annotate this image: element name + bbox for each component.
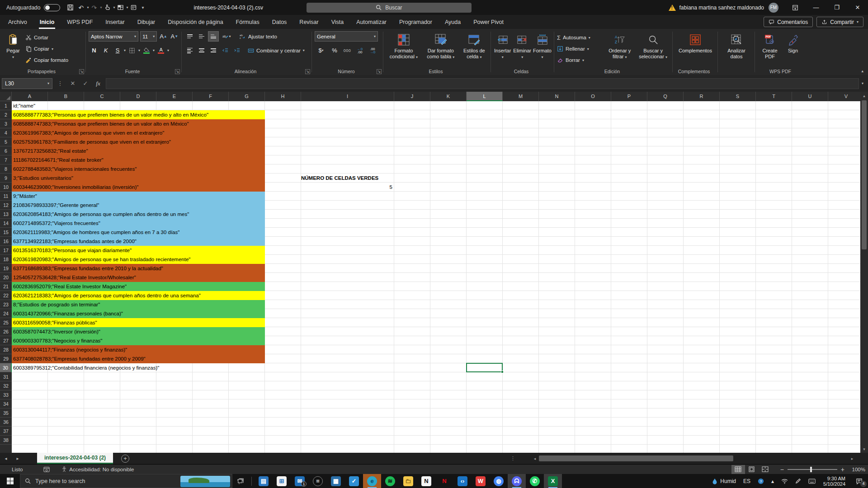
sheet-tab-active[interactable]: intereses-2024-04-03 (2)	[37, 453, 113, 464]
row-header-1[interactable]: 1	[0, 101, 12, 110]
cell-A12[interactable]: 210836798933397;"Gerente general"	[12, 201, 99, 210]
cell-A26[interactable]: 6003587074473;"Inversor (inversión)"	[12, 327, 100, 336]
underline-button[interactable]: S	[112, 45, 123, 56]
row-header-4[interactable]: 4	[0, 128, 12, 137]
user-name[interactable]: fabiana martina sanhez maldonado	[679, 5, 764, 11]
increase-decimal-icon[interactable]: ←0.00	[354, 45, 365, 56]
increase-font-icon[interactable]: A▲	[159, 31, 168, 42]
taskbar-app-app-window[interactable]: ▦	[327, 474, 345, 488]
column-header-S[interactable]: S	[720, 92, 756, 101]
qat-customize-icon[interactable]: ▾	[142, 5, 144, 10]
vertical-scroll-thumb[interactable]	[862, 100, 867, 249]
column-header-I[interactable]: I	[301, 92, 394, 101]
copy-button[interactable]: Copiar▾	[25, 44, 68, 54]
scroll-down-icon[interactable]: ▾	[860, 445, 868, 453]
avatar[interactable]: FM	[769, 3, 778, 13]
bold-button[interactable]: N	[89, 45, 99, 56]
next-sheet-icon[interactable]: ▸	[12, 456, 24, 461]
format-as-table-button[interactable]: Dar formatocomo tabla ▾	[423, 31, 458, 67]
scroll-right-icon[interactable]: ▸	[849, 455, 855, 462]
autosave-toggle[interactable]: Autoguardado	[6, 4, 60, 11]
paste-button[interactable]: Pegar ▾	[3, 31, 24, 67]
cell-A21[interactable]: 6002836952079;"Real Estate Investor Maga…	[12, 282, 127, 291]
cell-A27[interactable]: 6009003307783;"Negocios y finanzas"	[12, 336, 102, 345]
fill-button[interactable]: Rellenar▾	[557, 44, 603, 54]
grid-cells[interactable]: id;"name"6085888777383;"Personas que pre…	[12, 101, 860, 453]
cell-styles-button[interactable]: Estilos decelda ▾	[460, 31, 488, 67]
column-header-C[interactable]: C	[84, 92, 120, 101]
row-header-36[interactable]: 36	[0, 418, 12, 427]
column-header-N[interactable]: N	[539, 92, 575, 101]
format-cells-button[interactable]: Formato▾	[533, 31, 552, 67]
cell-A11[interactable]: 9;"Máster"	[12, 192, 37, 201]
create-pdf-button[interactable]: PDF CreatePDF	[758, 31, 782, 67]
clock[interactable]: 9:30 AM 5/10/2024	[820, 476, 849, 487]
zoom-level[interactable]: 100%	[849, 467, 865, 472]
close-button[interactable]: ✕	[847, 0, 868, 15]
cell-A9[interactable]: 3;"Estudios universitarios"	[12, 174, 73, 183]
row-header-10[interactable]: 10	[0, 183, 12, 192]
row-header-19[interactable]: 19	[0, 264, 12, 273]
quick-table-icon[interactable]	[115, 3, 125, 13]
taskbar-app-analytics-app[interactable]: ✓	[345, 474, 363, 488]
fill-color-menu-icon[interactable]: ▾	[153, 48, 155, 52]
horizontal-scrollbar[interactable]: ◂ ▸	[532, 455, 855, 462]
taskbar-search[interactable]: Type here to search	[20, 474, 232, 488]
cell-A19[interactable]: 6377168689383;"Empresas fundadas entre 2…	[12, 264, 163, 273]
page-break-view-icon[interactable]	[759, 465, 772, 474]
row-header-30[interactable]: 30	[0, 363, 12, 372]
tab-power-pivot[interactable]: Power Pivot	[467, 15, 510, 29]
search-highlight-image[interactable]	[180, 476, 230, 487]
row-header-28[interactable]: 28	[0, 345, 12, 354]
wrap-text-button[interactable]: abc Ajustar texto	[240, 32, 277, 42]
font-name-select[interactable]: Aptos Narrow▾	[89, 31, 138, 42]
cell-A23[interactable]: 8;"Estudios de posgrado sin terminar"	[12, 300, 100, 309]
row-header-7[interactable]: 7	[0, 155, 12, 164]
notification-center-icon[interactable]: 4	[850, 474, 868, 488]
currency-format-icon[interactable]: $▾	[315, 45, 327, 56]
column-header-A[interactable]: A	[12, 92, 48, 101]
title-search-box[interactable]: Buscar	[307, 3, 472, 13]
cell-A10[interactable]: 6003446239080;"Inversiones inmobiliarias…	[12, 183, 138, 192]
number-launcher-icon[interactable]: ↘	[377, 69, 382, 74]
cell-A1[interactable]: id;"name"	[12, 101, 35, 110]
name-box-handle-icon[interactable]: ⋮	[55, 80, 65, 87]
row-header-14[interactable]: 14	[0, 219, 12, 228]
taskbar-app-vs-code[interactable]: ‹›	[453, 474, 472, 488]
row-header-27[interactable]: 27	[0, 336, 12, 345]
find-select-button[interactable]: Buscar yseleccionar ▾	[636, 31, 670, 67]
quick-layout-icon[interactable]	[128, 3, 138, 13]
row-header-26[interactable]: 26	[0, 327, 12, 336]
column-header-R[interactable]: R	[684, 92, 720, 101]
minimize-button[interactable]: —	[806, 0, 826, 15]
quick-table-menu-icon[interactable]: ▾	[126, 5, 128, 9]
row-header-31[interactable]: 31	[0, 372, 12, 381]
restore-button[interactable]: ❐	[826, 0, 847, 15]
expand-formula-bar-icon[interactable]: ▾	[862, 81, 863, 85]
fill-color-button[interactable]	[141, 45, 152, 56]
row-header-24[interactable]: 24	[0, 309, 12, 318]
column-header-J[interactable]: J	[394, 92, 430, 101]
undo-menu-icon[interactable]: ▾	[87, 5, 89, 9]
page-layout-view-icon[interactable]	[745, 465, 759, 474]
task-view-icon[interactable]	[232, 478, 249, 484]
row-header-25[interactable]: 25	[0, 318, 12, 327]
tab-ayuda[interactable]: Ayuda	[439, 15, 467, 29]
comments-button[interactable]: Comentarios	[764, 17, 813, 27]
column-header-H[interactable]: H	[265, 92, 301, 101]
sign-button[interactable]: Sign	[784, 31, 802, 67]
row-header-32[interactable]: 32	[0, 381, 12, 390]
pen-icon[interactable]	[792, 474, 804, 488]
align-left-icon[interactable]	[184, 45, 195, 56]
accessibility-status[interactable]: Accesibilidad: No disponible	[61, 466, 134, 472]
taskbar-app-file-explorer[interactable]: 🗀	[399, 474, 417, 488]
tab-datos[interactable]: Datos	[266, 15, 293, 29]
row-header-8[interactable]: 8	[0, 164, 12, 174]
row-header-35[interactable]: 35	[0, 408, 12, 418]
row-header-29[interactable]: 29	[0, 354, 12, 363]
comma-format-icon[interactable]: 000	[342, 45, 353, 56]
row-header-17[interactable]: 17	[0, 246, 12, 255]
column-header-V[interactable]: V	[828, 92, 860, 101]
borders-menu-icon[interactable]: ▾	[138, 48, 140, 52]
formula-input[interactable]	[106, 78, 859, 89]
